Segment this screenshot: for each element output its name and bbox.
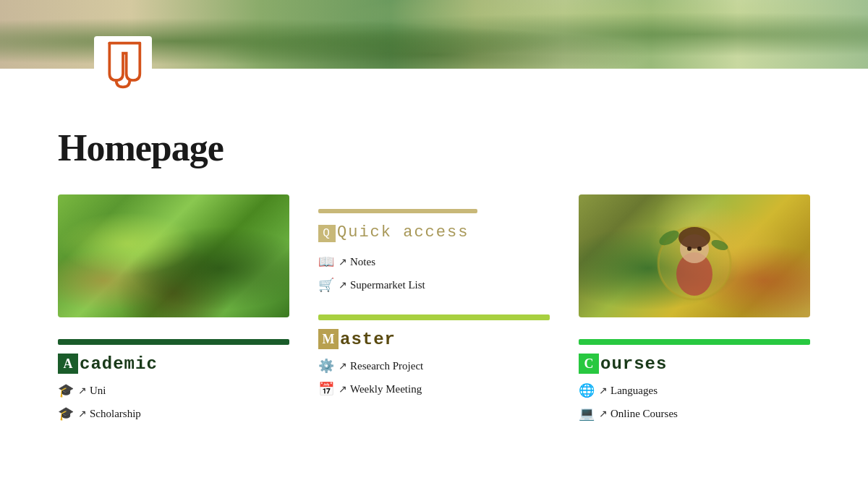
online-courses-icon: 💻 [579, 406, 595, 421]
notes-text: Notes [350, 256, 375, 268]
page-title: Homepage [58, 127, 810, 169]
notes-arrow: ↗ [339, 256, 347, 268]
image-card-right[interactable] [579, 194, 810, 317]
research-icon: ⚙️ [318, 358, 334, 374]
master-letter-box: M [318, 329, 339, 349]
scholarship-arrow: ↗ [78, 408, 87, 420]
master-title-row: M aster [318, 329, 550, 349]
meeting-arrow: ↗ [339, 383, 347, 395]
quick-access-section: QQuick access 📖 ↗ Notes 🛒 ↗ Supermarket … [318, 194, 550, 293]
quick-access-notes[interactable]: 📖 ↗ Notes [318, 254, 550, 270]
columns-layout: A cademic 🎓 ↗ Uni 🎓 ↗ Scholarship [58, 194, 810, 429]
courses-item-languages[interactable]: 🌐 ↗ Languages [579, 382, 810, 398]
section-master: M aster ⚙️ ↗ Research Project 📅 ↗ Weekly… [318, 314, 550, 397]
academic-item-scholarship[interactable]: 🎓 ↗ Scholarship [58, 406, 289, 421]
quick-access-supermarket[interactable]: 🛒 ↗ Supermarket List [318, 277, 550, 293]
meeting-icon: 📅 [318, 381, 334, 397]
supermarket-arrow: ↗ [339, 279, 347, 291]
master-item-research[interactable]: ⚙️ ↗ Research Project [318, 358, 550, 374]
image-card-left[interactable] [58, 194, 289, 317]
academic-letter-box: A [58, 354, 78, 374]
logo-area [94, 36, 152, 94]
academic-title-row: A cademic [58, 354, 289, 374]
meeting-text: Weekly Meeting [350, 383, 422, 395]
academic-header-bar [58, 339, 289, 345]
courses-title-row: C ourses [579, 354, 810, 374]
notes-icon: 📖 [318, 254, 334, 270]
quick-access-title: QQuick access [318, 223, 550, 242]
master-header-bar [318, 314, 550, 320]
courses-letter-box: C [579, 354, 599, 374]
uni-text: Uni [90, 385, 106, 397]
master-title: aster [340, 330, 396, 349]
languages-icon: 🌐 [579, 382, 595, 398]
section-academic: A cademic 🎓 ↗ Uni 🎓 ↗ Scholarship [58, 339, 289, 421]
languages-text: Languages [610, 385, 658, 397]
svg-point-4 [678, 227, 710, 249]
uni-icon: 🎓 [58, 382, 74, 398]
section-courses: C ourses 🌐 ↗ Languages 💻 ↗ Online Course… [579, 339, 810, 421]
courses-title: ourses [600, 354, 667, 374]
research-text: Research Project [350, 360, 423, 372]
supermarket-icon: 🛒 [318, 277, 334, 293]
courses-item-online[interactable]: 💻 ↗ Online Courses [579, 406, 810, 421]
academic-title: cademic [80, 354, 158, 374]
scholarship-text: Scholarship [90, 408, 141, 420]
online-courses-text: Online Courses [610, 408, 678, 420]
svg-point-6 [697, 247, 702, 251]
app-logo [101, 40, 145, 90]
research-arrow: ↗ [339, 360, 347, 372]
column-center: QQuick access 📖 ↗ Notes 🛒 ↗ Supermarket … [318, 194, 550, 429]
master-item-meeting[interactable]: 📅 ↗ Weekly Meeting [318, 381, 550, 397]
main-content: Homepage A cademic 🎓 ↗ Uni 🎓 ↗ [0, 98, 868, 450]
academic-item-uni[interactable]: 🎓 ↗ Uni [58, 382, 289, 398]
scholarship-icon: 🎓 [58, 406, 74, 421]
courses-header-bar [579, 339, 810, 345]
supermarket-text: Supermarket List [350, 279, 425, 291]
quick-access-bar [318, 209, 477, 213]
svg-point-5 [687, 247, 692, 251]
column-left: A cademic 🎓 ↗ Uni 🎓 ↗ Scholarship [58, 194, 289, 429]
column-right: C ourses 🌐 ↗ Languages 💻 ↗ Online Course… [579, 194, 810, 429]
uni-arrow: ↗ [78, 385, 87, 397]
languages-arrow: ↗ [599, 385, 608, 397]
online-courses-arrow: ↗ [599, 408, 608, 420]
q-letter-box: Q [318, 225, 336, 242]
character-illustration [651, 216, 738, 310]
